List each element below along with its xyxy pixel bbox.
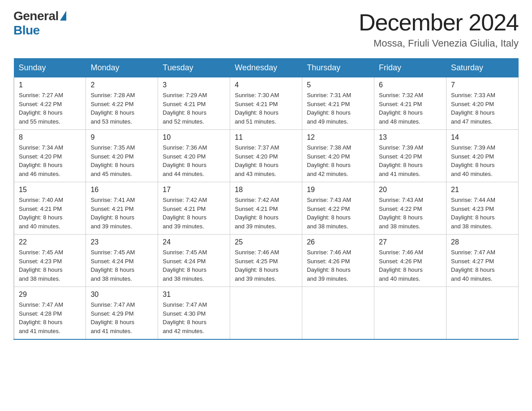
logo-blue-text: Blue <box>13 23 40 38</box>
calendar-cell: 17Sunrise: 7:42 AMSunset: 4:21 PMDayligh… <box>158 182 230 235</box>
week-row-4: 22Sunrise: 7:45 AMSunset: 4:23 PMDayligh… <box>14 235 519 287</box>
logo-triangle-icon <box>60 11 66 21</box>
day-info: Sunrise: 7:39 AMSunset: 4:20 PMDaylight:… <box>451 143 514 178</box>
day-header-friday: Friday <box>374 59 446 77</box>
day-header-monday: Monday <box>86 59 158 77</box>
calendar-cell: 1Sunrise: 7:27 AMSunset: 4:22 PMDaylight… <box>14 77 86 130</box>
logo: General Blue <box>13 9 66 38</box>
day-number: 1 <box>19 81 81 89</box>
day-number: 8 <box>19 133 81 141</box>
calendar-cell <box>302 287 374 340</box>
calendar-table: SundayMondayTuesdayWednesdayThursdayFrid… <box>13 58 519 340</box>
day-number: 12 <box>307 133 369 141</box>
week-row-2: 8Sunrise: 7:34 AMSunset: 4:20 PMDaylight… <box>14 130 519 182</box>
day-header-wednesday: Wednesday <box>230 59 302 77</box>
calendar-cell: 9Sunrise: 7:35 AMSunset: 4:20 PMDaylight… <box>86 130 158 182</box>
day-number: 13 <box>379 133 442 141</box>
calendar-cell: 10Sunrise: 7:36 AMSunset: 4:20 PMDayligh… <box>158 130 230 182</box>
day-number: 10 <box>163 133 225 141</box>
calendar-title: December 2024 <box>359 9 519 36</box>
day-info: Sunrise: 7:35 AMSunset: 4:20 PMDaylight:… <box>90 143 153 178</box>
day-info: Sunrise: 7:37 AMSunset: 4:20 PMDaylight:… <box>235 143 297 178</box>
day-info: Sunrise: 7:41 AMSunset: 4:21 PMDaylight:… <box>90 196 153 231</box>
day-info: Sunrise: 7:44 AMSunset: 4:23 PMDaylight:… <box>451 196 514 231</box>
calendar-cell: 16Sunrise: 7:41 AMSunset: 4:21 PMDayligh… <box>86 182 158 235</box>
calendar-cell: 25Sunrise: 7:46 AMSunset: 4:25 PMDayligh… <box>230 235 302 287</box>
calendar-cell: 23Sunrise: 7:45 AMSunset: 4:24 PMDayligh… <box>86 235 158 287</box>
day-number: 16 <box>90 186 153 194</box>
day-number: 25 <box>235 238 297 246</box>
day-number: 30 <box>90 291 153 299</box>
day-info: Sunrise: 7:38 AMSunset: 4:20 PMDaylight:… <box>307 143 369 178</box>
day-info: Sunrise: 7:46 AMSunset: 4:26 PMDaylight:… <box>307 248 369 283</box>
calendar-cell: 31Sunrise: 7:47 AMSunset: 4:30 PMDayligh… <box>158 287 230 340</box>
day-number: 2 <box>90 81 153 89</box>
day-info: Sunrise: 7:45 AMSunset: 4:24 PMDaylight:… <box>90 248 153 283</box>
week-row-3: 15Sunrise: 7:40 AMSunset: 4:21 PMDayligh… <box>14 182 519 235</box>
title-block: December 2024 Mossa, Friuli Venezia Giul… <box>359 9 519 49</box>
day-number: 29 <box>19 291 81 299</box>
page-header: General Blue December 2024 Mossa, Friuli… <box>13 9 519 49</box>
day-info: Sunrise: 7:34 AMSunset: 4:20 PMDaylight:… <box>19 143 81 178</box>
day-number: 4 <box>235 81 297 89</box>
day-info: Sunrise: 7:43 AMSunset: 4:22 PMDaylight:… <box>379 196 442 231</box>
calendar-cell: 21Sunrise: 7:44 AMSunset: 4:23 PMDayligh… <box>446 182 519 235</box>
day-number: 31 <box>163 291 225 299</box>
day-number: 22 <box>19 238 81 246</box>
calendar-cell: 18Sunrise: 7:42 AMSunset: 4:21 PMDayligh… <box>230 182 302 235</box>
day-number: 17 <box>163 186 225 194</box>
day-info: Sunrise: 7:43 AMSunset: 4:22 PMDaylight:… <box>307 196 369 231</box>
day-number: 11 <box>235 133 297 141</box>
day-info: Sunrise: 7:32 AMSunset: 4:21 PMDaylight:… <box>379 91 442 126</box>
day-info: Sunrise: 7:45 AMSunset: 4:23 PMDaylight:… <box>19 248 81 283</box>
calendar-cell: 30Sunrise: 7:47 AMSunset: 4:29 PMDayligh… <box>86 287 158 340</box>
day-number: 21 <box>451 186 514 194</box>
calendar-subtitle: Mossa, Friuli Venezia Giulia, Italy <box>359 38 519 49</box>
day-info: Sunrise: 7:30 AMSunset: 4:21 PMDaylight:… <box>235 91 297 126</box>
day-header-sunday: Sunday <box>14 59 86 77</box>
day-number: 6 <box>379 81 442 89</box>
calendar-cell: 14Sunrise: 7:39 AMSunset: 4:20 PMDayligh… <box>446 130 519 182</box>
day-number: 26 <box>307 238 369 246</box>
day-info: Sunrise: 7:46 AMSunset: 4:26 PMDaylight:… <box>379 248 442 283</box>
day-number: 14 <box>451 133 514 141</box>
day-number: 3 <box>163 81 225 89</box>
day-number: 27 <box>379 238 442 246</box>
calendar-cell: 6Sunrise: 7:32 AMSunset: 4:21 PMDaylight… <box>374 77 446 130</box>
calendar-cell: 24Sunrise: 7:45 AMSunset: 4:24 PMDayligh… <box>158 235 230 287</box>
calendar-cell: 29Sunrise: 7:47 AMSunset: 4:28 PMDayligh… <box>14 287 86 340</box>
day-info: Sunrise: 7:42 AMSunset: 4:21 PMDaylight:… <box>163 196 225 231</box>
calendar-cell: 20Sunrise: 7:43 AMSunset: 4:22 PMDayligh… <box>374 182 446 235</box>
calendar-cell: 13Sunrise: 7:39 AMSunset: 4:20 PMDayligh… <box>374 130 446 182</box>
day-number: 9 <box>90 133 153 141</box>
day-info: Sunrise: 7:47 AMSunset: 4:29 PMDaylight:… <box>90 300 153 335</box>
calendar-cell: 7Sunrise: 7:33 AMSunset: 4:20 PMDaylight… <box>446 77 519 130</box>
day-info: Sunrise: 7:36 AMSunset: 4:20 PMDaylight:… <box>163 143 225 178</box>
day-header-thursday: Thursday <box>302 59 374 77</box>
week-row-1: 1Sunrise: 7:27 AMSunset: 4:22 PMDaylight… <box>14 77 519 130</box>
day-info: Sunrise: 7:46 AMSunset: 4:25 PMDaylight:… <box>235 248 297 283</box>
calendar-cell: 11Sunrise: 7:37 AMSunset: 4:20 PMDayligh… <box>230 130 302 182</box>
calendar-cell: 3Sunrise: 7:29 AMSunset: 4:21 PMDaylight… <box>158 77 230 130</box>
day-info: Sunrise: 7:28 AMSunset: 4:22 PMDaylight:… <box>90 91 153 126</box>
day-header-saturday: Saturday <box>446 59 519 77</box>
logo-general-text: General <box>13 9 59 23</box>
day-info: Sunrise: 7:27 AMSunset: 4:22 PMDaylight:… <box>19 91 81 126</box>
calendar-cell: 12Sunrise: 7:38 AMSunset: 4:20 PMDayligh… <box>302 130 374 182</box>
day-info: Sunrise: 7:31 AMSunset: 4:21 PMDaylight:… <box>307 91 369 126</box>
day-header-tuesday: Tuesday <box>158 59 230 77</box>
calendar-cell <box>446 287 519 340</box>
day-info: Sunrise: 7:33 AMSunset: 4:20 PMDaylight:… <box>451 91 514 126</box>
day-info: Sunrise: 7:42 AMSunset: 4:21 PMDaylight:… <box>235 196 297 231</box>
day-info: Sunrise: 7:45 AMSunset: 4:24 PMDaylight:… <box>163 248 225 283</box>
day-info: Sunrise: 7:29 AMSunset: 4:21 PMDaylight:… <box>163 91 225 126</box>
day-number: 18 <box>235 186 297 194</box>
calendar-cell: 26Sunrise: 7:46 AMSunset: 4:26 PMDayligh… <box>302 235 374 287</box>
calendar-cell: 28Sunrise: 7:47 AMSunset: 4:27 PMDayligh… <box>446 235 519 287</box>
day-headers-row: SundayMondayTuesdayWednesdayThursdayFrid… <box>14 59 519 77</box>
day-info: Sunrise: 7:47 AMSunset: 4:28 PMDaylight:… <box>19 300 81 335</box>
calendar-cell: 5Sunrise: 7:31 AMSunset: 4:21 PMDaylight… <box>302 77 374 130</box>
calendar-cell: 27Sunrise: 7:46 AMSunset: 4:26 PMDayligh… <box>374 235 446 287</box>
day-number: 23 <box>90 238 153 246</box>
day-info: Sunrise: 7:40 AMSunset: 4:21 PMDaylight:… <box>19 196 81 231</box>
